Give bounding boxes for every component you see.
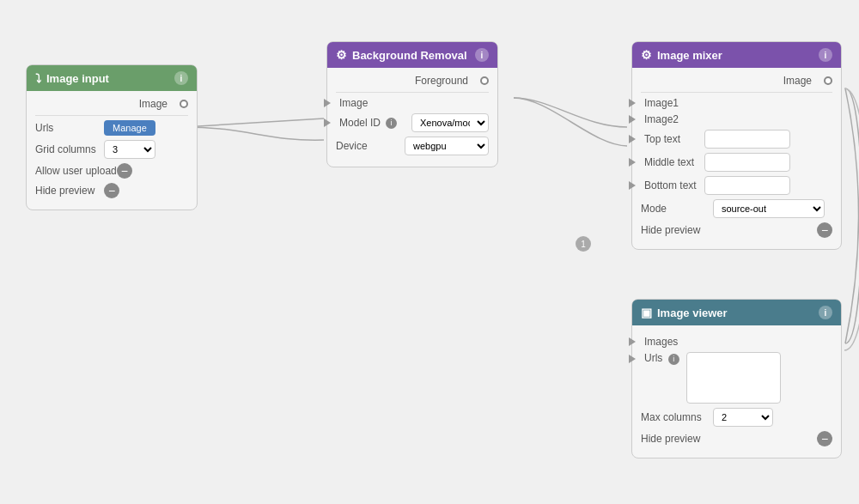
image-viewer-node: ▣ Image viewer i Images Urls i — [631, 299, 842, 458]
bg-removal-body: Foreground Image Model IDi Xenova/modne … — [327, 68, 497, 167]
viewer-hide-preview-label: Hide preview — [641, 433, 710, 445]
device-select[interactable]: webgpu cpu — [405, 137, 489, 155]
model-id-label: Model IDi — [339, 117, 408, 129]
viewer-urls-label: Urls i — [644, 352, 679, 365]
image-input-title: Image input — [46, 72, 109, 85]
image-mixer-info-icon[interactable]: i — [819, 48, 832, 62]
allow-user-upload-toggle[interactable]: − — [117, 163, 132, 179]
bg-removal-title: Background Removal — [352, 49, 467, 62]
image-mixer-title: Image mixer — [657, 49, 722, 62]
bottom-text-label: Bottom text — [644, 179, 704, 191]
middle-text-port[interactable] — [629, 158, 636, 167]
max-columns-select[interactable]: 2 1 3 4 — [713, 408, 773, 427]
mixer-hide-preview-label: Hide preview — [641, 224, 710, 236]
image2-label: Image2 — [644, 113, 713, 125]
image-output-label: Image — [139, 98, 168, 110]
viewer-urls-info[interactable]: i — [668, 354, 679, 365]
images-label: Images — [644, 336, 713, 348]
image1-label: Image1 — [644, 97, 713, 109]
bg-removal-header: ⚙ Background Removal i — [327, 42, 497, 68]
image-mixer-header: ⚙ Image mixer i — [632, 42, 841, 68]
image-input-node: ⤵ Image input i Image Urls Manage Grid c… — [26, 64, 198, 210]
max-columns-label: Max columns — [641, 411, 710, 423]
image-viewer-body: Images Urls i Max columns 2 1 3 4 — [632, 325, 841, 458]
image-mixer-node: ⚙ Image mixer i Image Image1 Image2 — [631, 41, 842, 250]
image-output-port[interactable] — [180, 100, 188, 108]
foreground-label: Foreground — [415, 75, 468, 87]
hide-preview-toggle[interactable]: − — [104, 183, 119, 198]
mixer-image-label: Image — [783, 75, 812, 87]
workflow-canvas: 1 ⤵ Image input i Image Urls Manage G — [0, 0, 859, 504]
top-text-input[interactable] — [704, 130, 790, 149]
top-text-port[interactable] — [629, 135, 636, 143]
viewer-urls-textarea[interactable] — [686, 352, 781, 404]
grid-columns-label: Grid columns — [35, 143, 104, 155]
image-viewer-header: ▣ Image viewer i — [632, 300, 841, 325]
grid-columns-select[interactable]: 3 1 2 4 — [104, 140, 155, 159]
bg-removal-node: ⚙ Background Removal i Foreground Image … — [326, 41, 498, 167]
mode-select[interactable]: source-out source-over multiply — [713, 199, 825, 218]
bg-removal-icon: ⚙ — [336, 48, 347, 62]
image2-input-port[interactable] — [629, 115, 636, 124]
viewer-urls-port[interactable] — [629, 355, 636, 363]
allow-user-upload-label: Allow user upload — [35, 165, 117, 177]
bottom-text-input[interactable] — [704, 176, 790, 195]
mixer-image-output-port[interactable] — [824, 76, 832, 85]
connection-badge: 1 — [576, 236, 591, 252]
model-id-input-port[interactable] — [324, 118, 331, 127]
urls-label: Urls — [35, 122, 104, 134]
images-input-port[interactable] — [629, 337, 636, 346]
mode-label: Mode — [641, 203, 710, 215]
image1-input-port[interactable] — [629, 99, 636, 107]
image-input-icon: ⤵ — [35, 71, 41, 85]
manage-button[interactable]: Manage — [104, 120, 155, 136]
model-id-select[interactable]: Xenova/modne — [411, 113, 489, 132]
svg-line-0 — [184, 118, 324, 127]
image-viewer-title: Image viewer — [657, 307, 728, 319]
foreground-output-port[interactable] — [480, 76, 489, 85]
image-input-port[interactable] — [324, 99, 331, 107]
middle-text-input[interactable] — [704, 153, 790, 172]
separator2 — [336, 92, 489, 93]
bottom-text-port[interactable] — [629, 181, 636, 190]
separator — [35, 115, 188, 116]
bg-removal-info-icon[interactable]: i — [475, 48, 489, 62]
image-viewer-info-icon[interactable]: i — [819, 306, 832, 319]
mixer-hide-preview-toggle[interactable]: − — [817, 222, 832, 238]
top-text-label: Top text — [644, 133, 704, 145]
image-mixer-body: Image Image1 Image2 Top text — [632, 68, 841, 249]
image-input-info-icon[interactable]: i — [174, 71, 188, 85]
device-label: Device — [336, 140, 405, 152]
image-viewer-icon: ▣ — [641, 306, 652, 319]
viewer-hide-preview-toggle[interactable]: − — [817, 431, 832, 446]
middle-text-label: Middle text — [644, 156, 704, 168]
image-input-header: ⤵ Image input i — [27, 65, 197, 91]
image-mixer-icon: ⚙ — [641, 48, 652, 62]
model-id-info-badge[interactable]: i — [386, 118, 397, 129]
image-input-body: Image Urls Manage Grid columns 3 1 2 4 — [27, 91, 197, 209]
hide-preview-label: Hide preview — [35, 185, 104, 197]
bg-image-label: Image — [339, 97, 408, 109]
